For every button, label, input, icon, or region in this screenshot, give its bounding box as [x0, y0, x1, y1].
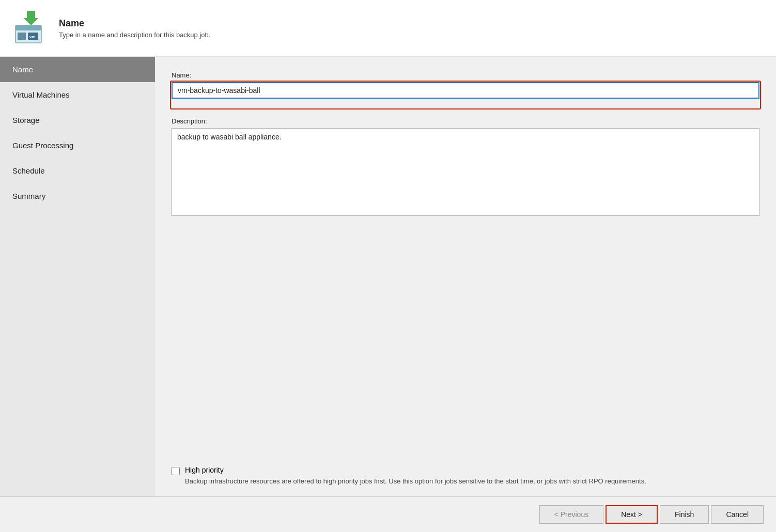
sidebar-item-name[interactable]: Name [0, 57, 155, 82]
svg-marker-5 [24, 11, 38, 25]
content-area: Name: Description: backup to wasabi ball… [155, 57, 776, 496]
previous-button[interactable]: < Previous [539, 505, 604, 524]
next-button[interactable]: Next > [606, 505, 658, 524]
sidebar-item-summary[interactable]: Summary [0, 183, 155, 209]
header-title: Name [59, 18, 210, 29]
description-textarea[interactable]: backup to wasabi ball appliance. [172, 128, 759, 216]
name-input[interactable] [172, 82, 759, 99]
high-priority-text: High priority Backup infrastructure reso… [185, 466, 646, 487]
description-field-label: Description: [172, 117, 759, 125]
svg-text:vm: vm [29, 35, 36, 39]
svg-rect-1 [15, 25, 41, 30]
sidebar-item-guest-processing[interactable]: Guest Processing [0, 133, 155, 158]
header-text: Name Type in a name and description for … [59, 18, 210, 39]
high-priority-label: High priority [185, 466, 646, 474]
footer: < Previous Next > Finish Cancel [0, 496, 776, 532]
name-field-label: Name: [172, 71, 759, 79]
main-content: Name Virtual Machines Storage Guest Proc… [0, 57, 776, 496]
header-subtitle: Type in a name and description for this … [59, 31, 210, 39]
sidebar-item-schedule[interactable]: Schedule [0, 158, 155, 183]
high-priority-checkbox[interactable] [172, 467, 180, 475]
sidebar: Name Virtual Machines Storage Guest Proc… [0, 57, 155, 496]
cancel-button[interactable]: Cancel [711, 505, 764, 524]
sidebar-item-virtual-machines[interactable]: Virtual Machines [0, 82, 155, 107]
high-priority-desc: Backup infrastructure resources are offe… [185, 476, 646, 487]
sidebar-item-storage[interactable]: Storage [0, 107, 155, 133]
vm-backup-icon: vm [12, 10, 50, 47]
spacer [172, 216, 759, 451]
svg-rect-2 [18, 33, 26, 40]
finish-button[interactable]: Finish [660, 505, 709, 524]
name-input-wrapper [172, 82, 759, 108]
header: vm Name Type in a name and description f… [0, 0, 776, 57]
high-priority-row: High priority Backup infrastructure reso… [172, 466, 759, 487]
